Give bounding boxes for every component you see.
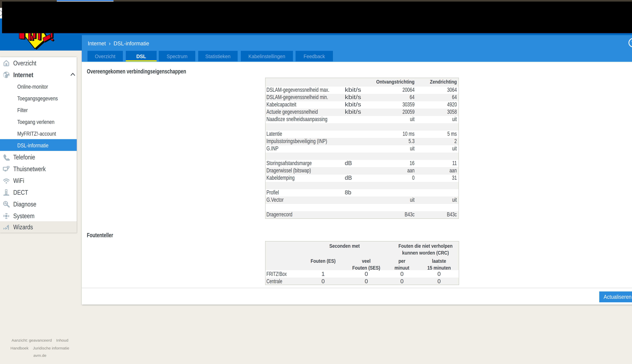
svg-text:?: ? bbox=[631, 39, 632, 46]
